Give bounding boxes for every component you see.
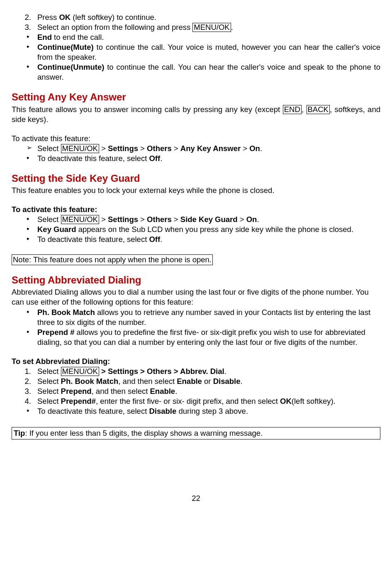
text: (left softkey) to continue.: [71, 13, 156, 22]
text: Select: [37, 397, 61, 405]
step-3: Select Prepend, and then select Enable.: [33, 386, 380, 396]
bold: End: [37, 33, 52, 42]
bullet-deactivate: To deactivate this feature, select Off.: [27, 234, 380, 244]
bold: Prepend #: [37, 328, 74, 337]
step-2: Select Ph. Book Match, and then select E…: [33, 376, 380, 386]
bullet-prepend: Prepend # allows you to predefine the fi…: [27, 327, 380, 347]
ordered-list-abd: Select MENU/OK > Settings > Others > Abb…: [12, 366, 380, 406]
bold: > Settings > Others > Abbrev. Dial: [99, 367, 224, 376]
bullet-phbook: Ph. Book Match allows you to retrieve an…: [27, 308, 380, 327]
step-1: Select MENU/OK > Settings > Others > Abb…: [33, 366, 380, 376]
bullet-list-abd2: To deactivate this feature, select Disab…: [12, 406, 380, 416]
bullet-list-top: End to end the call. Continue(Mute) to c…: [12, 32, 380, 82]
text: , and then select: [92, 387, 150, 396]
bold: Ph. Book Match: [61, 377, 119, 386]
bold: To activate this feature:: [12, 205, 97, 214]
menu-ok-key: MENU/OK: [61, 144, 99, 153]
bold: OK: [280, 397, 292, 405]
text: ,: [302, 105, 307, 114]
text: (left softkey).: [292, 397, 336, 405]
text: : If you enter less than 5 digits, the d…: [25, 429, 263, 437]
bold: Key Guard: [37, 225, 76, 234]
bold: Continue(Mute): [37, 43, 94, 51]
bold: Any Key Answer: [180, 144, 241, 153]
bullet-list-abd: Ph. Book Match allows you to retrieve an…: [12, 308, 380, 347]
bullet-continue-unmute: Continue(Unmute) to continue the call. Y…: [27, 62, 380, 82]
bold: Enable: [177, 377, 202, 386]
bullet-end: End to end the call.: [27, 32, 380, 42]
bold: Continue(Unmute): [37, 63, 104, 71]
text: Select: [37, 144, 61, 153]
bold: Disable: [213, 377, 241, 386]
bold: On: [246, 215, 257, 224]
end-key: END: [283, 105, 302, 114]
text: .: [240, 377, 242, 386]
text: >: [172, 144, 180, 153]
ordered-list-top: Press OK (left softkey) to continue. Sel…: [12, 12, 380, 32]
text: >: [138, 144, 147, 153]
bold: Off: [149, 235, 160, 244]
text: .: [224, 367, 226, 376]
heading-side-key-guard: Setting the Side Key Guard: [12, 172, 380, 185]
text: .: [160, 154, 162, 163]
bold: Off: [149, 154, 160, 163]
arrow-list: Select MENU/OK > Settings > Others > Any…: [12, 144, 380, 154]
text: , enter the first five- or six- digit pr…: [96, 397, 280, 405]
text: allows you to predefine the first five- …: [37, 328, 365, 347]
text: To deactivate this feature, select: [37, 235, 149, 244]
text: >: [241, 144, 249, 153]
bullet-list-skg: Select MENU/OK > Settings > Others > Sid…: [12, 215, 380, 244]
step-2: Press OK (left softkey) to continue.: [33, 12, 380, 22]
step-3: Select an option from the following and …: [33, 22, 380, 32]
text: Select: [37, 367, 61, 376]
bullet-deactivate: To deactivate this feature, select Off.: [27, 154, 380, 164]
bullet-list: To deactivate this feature, select Off.: [12, 154, 380, 164]
subheading-activate: To activate this feature:: [12, 134, 380, 144]
text: >: [172, 215, 180, 224]
bold: Prepend#: [61, 397, 96, 405]
heading-abbreviated-dialing: Setting Abbreviated Dialing: [12, 273, 380, 286]
bullet-keyguard: Key Guard appears on the Sub LCD when yo…: [27, 225, 380, 234]
paragraph: This feature enables you to lock your ex…: [12, 186, 380, 195]
subheading-toset: To set Abbreviated Dialing:: [12, 356, 380, 366]
subheading-activate-bold: To activate this feature:: [12, 205, 380, 215]
text: Press: [37, 13, 59, 22]
paragraph: This feature allows you to answer incomi…: [12, 105, 380, 125]
text: >: [99, 215, 108, 224]
bold: Enable: [150, 387, 175, 396]
text: To deactivate this feature, select: [37, 407, 149, 415]
text: >: [238, 215, 246, 224]
text: or: [202, 377, 213, 386]
bold: Ph. Book Match: [37, 308, 95, 317]
back-key: BACK: [307, 105, 330, 114]
text: To deactivate this feature, select: [37, 154, 149, 163]
text: Select an option from the following and …: [37, 23, 192, 32]
tip-box: Tip: If you enter less than 5 digits, th…: [12, 427, 380, 439]
bullet-deactivate: To deactivate this feature, select Disab…: [27, 406, 380, 416]
text: appears on the Sub LCD when you press an…: [76, 225, 353, 234]
menu-ok-key: MENU/OK: [61, 215, 99, 224]
bold: Others: [147, 144, 172, 153]
bold: Prepend: [61, 387, 92, 396]
bullet-continue-mute: Continue(Mute) to continue the call. You…: [27, 42, 380, 62]
text: .: [175, 387, 177, 396]
text: >: [99, 144, 108, 153]
text: Select: [37, 377, 61, 386]
text: .: [231, 23, 233, 32]
text: , and then select: [118, 377, 177, 386]
bold: Side Key Guard: [180, 215, 238, 224]
text: This feature allows you to answer incomi…: [12, 105, 283, 114]
bold-ok: OK: [59, 13, 71, 22]
text: .: [260, 144, 262, 153]
text: Select: [37, 387, 61, 396]
text: .: [160, 235, 162, 244]
bold: To set Abbreviated Dialing:: [12, 357, 110, 366]
text: during step 3 above.: [176, 407, 248, 415]
bold: On: [249, 144, 260, 153]
bold: Settings: [108, 215, 138, 224]
text: Select: [37, 215, 61, 224]
bullet-select: Select MENU/OK > Settings > Others > Sid…: [27, 215, 380, 225]
bold: Disable: [149, 407, 176, 415]
paragraph: Abbreviated Dialing allows you to dial a…: [12, 287, 380, 307]
text: .: [257, 215, 259, 224]
